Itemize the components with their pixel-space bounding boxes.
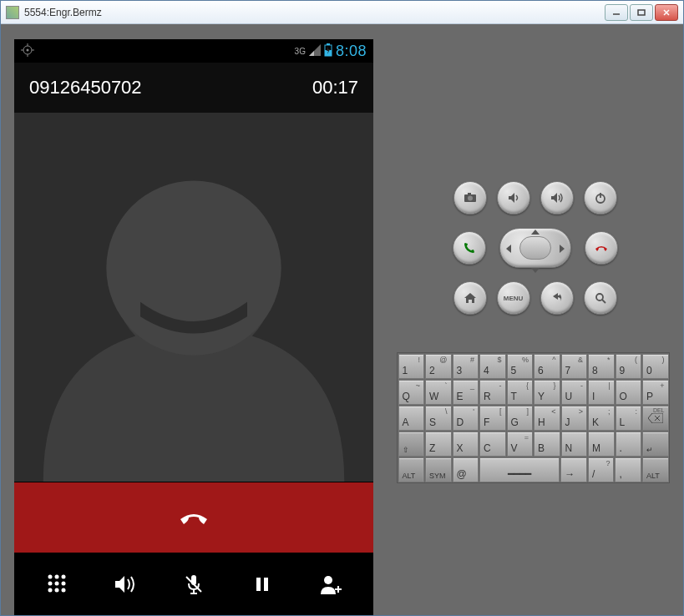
key-j[interactable]: >J [561, 406, 588, 431]
svg-point-19 [55, 575, 59, 579]
key-alt[interactable]: ALT [642, 457, 669, 482]
volume-up-icon [550, 190, 565, 205]
key-e[interactable]: _E [453, 380, 479, 405]
hw-power-button[interactable] [584, 181, 617, 215]
key-alt[interactable]: ALT [398, 457, 425, 482]
hw-dpad-center[interactable] [519, 236, 551, 260]
phone-number-label: 09126450702 [29, 77, 142, 98]
svg-marker-11 [309, 51, 314, 56]
key-a[interactable]: A [398, 406, 425, 431]
gps-icon [21, 43, 34, 59]
speaker-button[interactable] [104, 563, 146, 605]
key-,[interactable]: , [615, 457, 641, 482]
key-d[interactable]: 'D [453, 406, 479, 431]
key-v[interactable]: =V [507, 432, 534, 457]
key-3[interactable]: #3 [453, 354, 479, 379]
status-bar: 3G 8:08 [14, 39, 373, 63]
mute-button[interactable] [173, 563, 215, 605]
back-icon [550, 290, 565, 305]
key-↵[interactable]: ↵ [642, 432, 669, 457]
key-g[interactable]: ]G [507, 406, 534, 431]
key-l[interactable]: :L [616, 406, 642, 431]
svg-point-18 [48, 575, 53, 579]
hw-menu-button[interactable]: MENU [497, 281, 530, 315]
key-c[interactable]: C [479, 432, 506, 457]
hw-dpad-up[interactable] [531, 230, 540, 235]
key-m[interactable]: M [588, 432, 615, 457]
add-person-icon [318, 573, 343, 596]
key-del[interactable]: DEL [642, 406, 669, 431]
key-x[interactable]: X [453, 432, 479, 457]
key-f[interactable]: [F [479, 406, 506, 431]
svg-point-20 [62, 575, 66, 579]
signal-icon [309, 44, 321, 58]
dialpad-icon [45, 573, 68, 596]
key-sym[interactable]: SYM [425, 457, 452, 482]
key-y[interactable]: }Y [534, 380, 560, 405]
key-b[interactable]: B [534, 432, 560, 457]
key-.[interactable]: . [616, 432, 642, 457]
hw-back-button[interactable] [540, 281, 574, 315]
svg-rect-39 [468, 193, 471, 195]
hw-dpad-right[interactable] [560, 245, 565, 253]
key-1[interactable]: !1 [398, 354, 425, 379]
svg-rect-1 [638, 10, 645, 15]
key-⇧[interactable]: ⇧ [398, 432, 425, 457]
key-h[interactable]: <H [534, 406, 560, 431]
svg-point-25 [55, 588, 59, 593]
power-icon [593, 190, 608, 205]
clock-label: 8:08 [336, 43, 367, 60]
key-w[interactable]: `W [425, 380, 452, 405]
key-p[interactable]: +P [642, 380, 669, 405]
svg-point-23 [62, 582, 66, 586]
key-space[interactable]: ━━━━ [479, 457, 560, 482]
titlebar: 5554:Engr.Bermz [1, 1, 683, 24]
key-u[interactable]: -U [561, 380, 588, 405]
hw-dpad-down[interactable] [531, 268, 540, 273]
close-button[interactable] [655, 4, 678, 21]
key-9[interactable]: (9 [616, 354, 642, 379]
minimize-button[interactable] [605, 4, 628, 21]
key-4[interactable]: $4 [479, 354, 506, 379]
key-s[interactable]: \S [425, 406, 452, 431]
call-info: 09126450702 00:17 [14, 63, 373, 113]
key-r[interactable]: -R [479, 380, 506, 405]
app-icon [6, 6, 19, 19]
key-6[interactable]: ^6 [534, 354, 560, 379]
hw-endcall-button[interactable] [585, 231, 618, 265]
hw-call-button[interactable] [453, 231, 486, 265]
call-controls [14, 553, 373, 615]
hw-vol-down-button[interactable] [497, 181, 530, 215]
key-t[interactable]: {T [507, 380, 534, 405]
hw-vol-up-button[interactable] [540, 181, 574, 215]
key-8[interactable]: *8 [588, 354, 615, 379]
key-5[interactable]: %5 [507, 354, 534, 379]
maximize-button[interactable] [630, 4, 653, 21]
menu-label: MENU [504, 295, 524, 302]
svg-point-5 [27, 48, 29, 51]
key-7[interactable]: &7 [561, 354, 588, 379]
key-z[interactable]: Z [425, 432, 452, 457]
key-@[interactable]: @ [453, 457, 479, 482]
key-i[interactable]: |I [588, 380, 615, 405]
hw-camera-button[interactable] [453, 181, 487, 215]
key-/[interactable]: ?/ [588, 457, 615, 482]
key-2[interactable]: @2 [425, 354, 452, 379]
key-k[interactable]: ;K [588, 406, 615, 431]
contact-avatar [14, 113, 373, 482]
key-n[interactable]: N [561, 432, 588, 457]
key-0[interactable]: )0 [642, 354, 669, 379]
dialpad-button[interactable] [36, 563, 78, 605]
hold-button[interactable] [241, 563, 283, 605]
key-o[interactable]: O [616, 380, 642, 405]
key-q[interactable]: ~Q [398, 380, 425, 405]
hw-search-button[interactable] [584, 281, 617, 315]
add-call-button[interactable] [310, 563, 352, 605]
phone-column: 3G 8:08 09126450702 00:17 [1, 24, 387, 615]
speaker-icon [113, 572, 138, 597]
svg-marker-40 [509, 193, 514, 203]
hw-home-button[interactable] [453, 281, 487, 315]
hw-dpad-left[interactable] [506, 245, 511, 253]
key-→[interactable]: → [560, 457, 587, 482]
end-call-button[interactable] [14, 482, 373, 553]
